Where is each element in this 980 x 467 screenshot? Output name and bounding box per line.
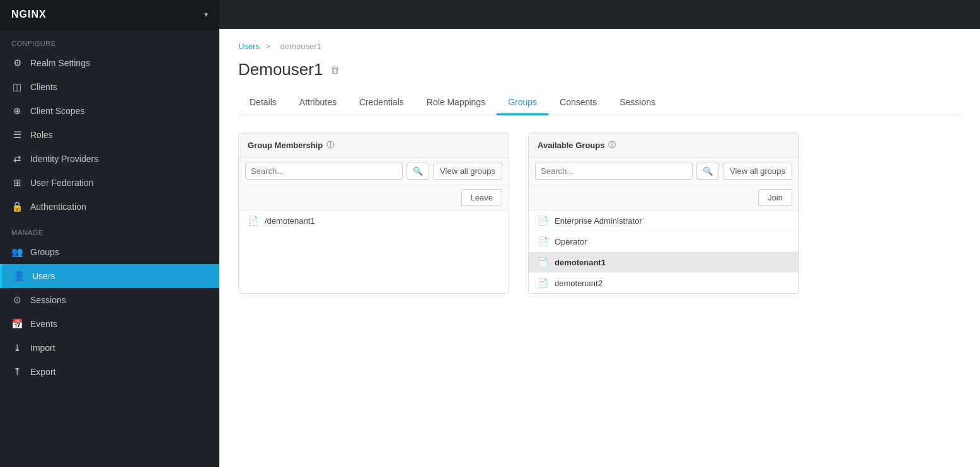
group-document-icon: 📄 (538, 236, 548, 246)
tab-consents[interactable]: Consents (548, 91, 608, 115)
breadcrumb-parent-link[interactable]: Users (238, 42, 260, 51)
tab-groups[interactable]: Groups (497, 91, 548, 115)
available-groups-search-button[interactable]: 🔍 (696, 163, 719, 180)
realm-settings-icon: ⚙ (11, 57, 23, 69)
sidebar-item-label: Roles (30, 130, 53, 140)
group-membership-action-row: Leave (239, 185, 509, 210)
top-bar (219, 0, 980, 29)
breadcrumb: Users > demouser1 (238, 42, 961, 51)
available-groups-search-row: 🔍 View all groups (529, 158, 798, 185)
group-item-label: Enterprise Administrator (555, 216, 642, 226)
sidebar-item-users[interactable]: 👤 Users (0, 264, 219, 288)
delete-icon[interactable]: 🗑 (330, 64, 340, 76)
sidebar-item-label: Client Scopes (30, 106, 84, 116)
tabs-bar: Details Attributes Credentials Role Mapp… (238, 91, 961, 115)
tab-sessions[interactable]: Sessions (608, 91, 667, 115)
sidebar-item-roles[interactable]: ☰ Roles (0, 123, 219, 147)
group-membership-header: Group Membership ⓘ (239, 134, 509, 158)
groups-icon: 👥 (11, 246, 23, 258)
sidebar-item-label: Export (30, 367, 55, 377)
sidebar-item-realm-settings[interactable]: ⚙ Realm Settings (0, 51, 219, 75)
sidebar-item-label: Groups (30, 247, 59, 257)
sidebar-item-clients[interactable]: ◫ Clients (0, 75, 219, 99)
group-item-label: demotenant1 (555, 258, 606, 267)
sidebar-item-label: Events (30, 319, 57, 329)
sidebar-item-import[interactable]: ⤓ Import (0, 336, 219, 360)
list-item[interactable]: 📄 /demotenant1 (239, 210, 509, 231)
clients-icon: ◫ (11, 81, 23, 93)
group-document-icon: 📄 (248, 216, 258, 226)
group-item-label: Operator (555, 237, 587, 246)
group-membership-search-row: 🔍 View all groups (239, 158, 509, 185)
group-document-icon: 📄 (538, 257, 548, 267)
help-icon: ⓘ (326, 140, 334, 151)
sidebar-item-sessions[interactable]: ⊙ Sessions (0, 288, 219, 312)
sidebar-item-label: Clients (30, 82, 57, 92)
configure-section-label: Configure (0, 30, 219, 51)
client-scopes-icon: ⊕ (11, 105, 23, 117)
group-membership-search-input[interactable] (245, 163, 403, 180)
sidebar-item-groups[interactable]: 👥 Groups (0, 240, 219, 264)
app-title: NGINX (11, 9, 47, 20)
events-icon: 📅 (11, 318, 23, 330)
sessions-icon: ⊙ (11, 294, 23, 306)
groups-container: Group Membership ⓘ 🔍 View all groups Lea… (238, 133, 961, 294)
sidebar-item-identity-providers[interactable]: ⇄ Identity Providers (0, 147, 219, 171)
sidebar-item-label: Users (32, 271, 55, 281)
sidebar-item-export[interactable]: ⤒ Export (0, 360, 219, 384)
group-document-icon: 📄 (538, 216, 548, 226)
available-groups-view-all-button[interactable]: View all groups (723, 163, 792, 180)
sidebar-header[interactable]: NGINX ▾ (0, 0, 219, 30)
available-groups-search-input[interactable] (535, 163, 693, 180)
main-content: Users > demouser1 Demouser1 🗑 Details At… (219, 0, 980, 467)
list-item[interactable]: 📄 Enterprise Administrator (529, 210, 798, 231)
sidebar: NGINX ▾ Configure ⚙ Realm Settings ◫ Cli… (0, 0, 219, 467)
sidebar-item-label: Authentication (30, 202, 86, 212)
group-membership-list: 📄 /demotenant1 (239, 210, 509, 231)
sidebar-item-label: Identity Providers (30, 154, 98, 164)
available-groups-action-row: Join (529, 185, 798, 210)
sidebar-item-label: Realm Settings (30, 58, 90, 68)
group-item-label: /demotenant1 (265, 216, 315, 226)
available-groups-title: Available Groups (538, 141, 604, 150)
breadcrumb-current: demouser1 (280, 42, 321, 51)
group-membership-view-all-button[interactable]: View all groups (433, 163, 502, 180)
sidebar-item-label: Sessions (30, 295, 66, 305)
sidebar-item-label: User Federation (30, 178, 93, 188)
tab-attributes[interactable]: Attributes (288, 91, 348, 115)
roles-icon: ☰ (11, 129, 23, 141)
available-groups-header: Available Groups ⓘ (529, 134, 798, 158)
leave-button[interactable]: Leave (461, 189, 502, 206)
sidebar-item-authentication[interactable]: 🔒 Authentication (0, 195, 219, 219)
chevron-down-icon: ▾ (204, 10, 208, 19)
page-title: Demouser1 (238, 60, 323, 79)
sidebar-item-client-scopes[interactable]: ⊕ Client Scopes (0, 99, 219, 123)
help-icon: ⓘ (608, 140, 616, 151)
list-item[interactable]: 📄 demotenant2 (529, 273, 798, 293)
list-item[interactable]: 📄 demotenant1 (529, 252, 798, 273)
manage-section-label: Manage (0, 219, 219, 240)
breadcrumb-separator: > (266, 42, 271, 51)
tab-role-mappings[interactable]: Role Mappings (415, 91, 497, 115)
tab-credentials[interactable]: Credentials (348, 91, 415, 115)
available-groups-panel: Available Groups ⓘ 🔍 View all groups Joi… (528, 133, 799, 294)
available-groups-list: 📄 Enterprise Administrator 📄 Operator 📄 … (529, 210, 798, 293)
group-membership-search-button[interactable]: 🔍 (406, 163, 429, 180)
sidebar-item-user-federation[interactable]: ⊞ User Federation (0, 171, 219, 195)
authentication-icon: 🔒 (11, 201, 23, 212)
page-title-row: Demouser1 🗑 (238, 60, 961, 79)
group-membership-panel: Group Membership ⓘ 🔍 View all groups Lea… (238, 133, 509, 294)
group-membership-title: Group Membership (248, 141, 323, 150)
import-icon: ⤓ (11, 342, 23, 354)
user-federation-icon: ⊞ (11, 177, 23, 188)
join-button[interactable]: Join (758, 189, 792, 206)
sidebar-item-events[interactable]: 📅 Events (0, 312, 219, 336)
group-document-icon: 📄 (538, 278, 548, 288)
identity-providers-icon: ⇄ (11, 153, 23, 164)
group-item-label: demotenant2 (555, 279, 602, 288)
export-icon: ⤒ (11, 366, 23, 378)
sidebar-item-label: Import (30, 343, 55, 353)
tab-details[interactable]: Details (238, 91, 288, 115)
list-item[interactable]: 📄 Operator (529, 231, 798, 252)
users-icon: 👤 (13, 270, 25, 282)
